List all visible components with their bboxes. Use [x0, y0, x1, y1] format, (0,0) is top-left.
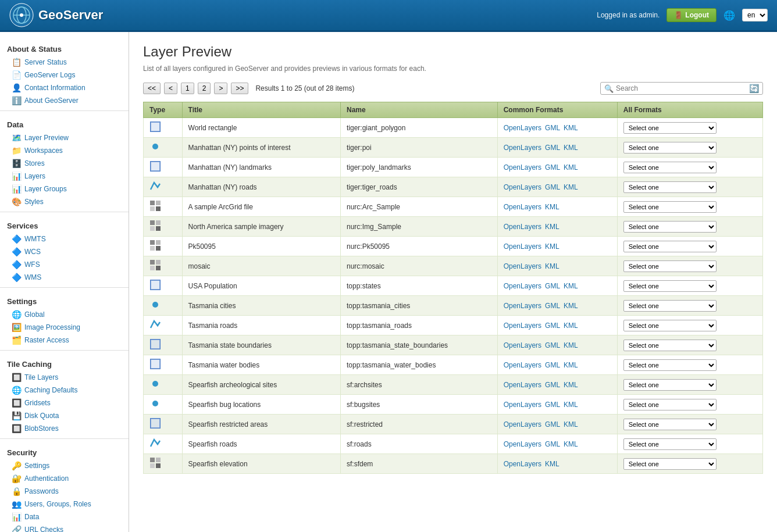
all-formats-select[interactable]: Select one: [623, 122, 717, 134]
prev-page-button[interactable]: <: [164, 83, 177, 94]
format-link-gml[interactable]: GML: [545, 341, 560, 349]
sidebar-item-caching-defaults[interactable]: 🌐 Caching Defaults: [0, 384, 129, 397]
search-refresh-button[interactable]: 🔄: [749, 84, 759, 93]
format-link-gml[interactable]: GML: [545, 381, 560, 389]
sidebar-item-authentication[interactable]: 🔐 Authentication: [0, 472, 129, 485]
format-link-openlayers[interactable]: OpenLayers: [504, 341, 541, 349]
sidebar-item-url-checks[interactable]: 🔗 URL Checks: [0, 523, 129, 532]
sidebar-item-global[interactable]: 🌐 Global: [0, 308, 129, 321]
format-link-kml[interactable]: KML: [545, 203, 559, 211]
sidebar-item-contact-info[interactable]: 👤 Contact Information: [0, 81, 129, 94]
all-formats-select[interactable]: Select one: [623, 181, 717, 193]
format-link-kml[interactable]: KML: [564, 381, 578, 389]
sidebar-item-workspaces[interactable]: 📁 Workspaces: [0, 144, 129, 157]
sidebar-item-wfs[interactable]: 🔷 WFS: [0, 258, 129, 271]
format-link-gml[interactable]: GML: [545, 440, 560, 448]
format-link-openlayers[interactable]: OpenLayers: [504, 460, 541, 468]
all-formats-select[interactable]: Select one: [623, 399, 717, 410]
format-link-gml[interactable]: GML: [545, 361, 560, 369]
format-link-kml[interactable]: KML: [564, 163, 578, 172]
next-page-button[interactable]: >: [214, 83, 227, 94]
format-link-gml[interactable]: GML: [545, 401, 560, 409]
sidebar-item-security-data[interactable]: 📊 Data: [0, 510, 129, 523]
sidebar-item-server-status[interactable]: 📋 Server Status: [0, 56, 129, 69]
all-formats-select[interactable]: Select one: [623, 340, 717, 351]
format-link-gml[interactable]: GML: [545, 183, 560, 191]
format-link-kml[interactable]: KML: [564, 183, 578, 191]
format-link-kml[interactable]: KML: [564, 322, 578, 330]
format-link-openlayers[interactable]: OpenLayers: [504, 223, 541, 231]
format-link-kml[interactable]: KML: [545, 460, 559, 468]
format-link-openlayers[interactable]: OpenLayers: [504, 361, 541, 369]
format-link-kml[interactable]: KML: [564, 440, 578, 448]
format-link-openlayers[interactable]: OpenLayers: [504, 322, 541, 330]
all-formats-select[interactable]: Select one: [623, 162, 717, 173]
all-formats-select[interactable]: Select one: [623, 201, 717, 213]
search-input[interactable]: [616, 84, 747, 92]
format-link-openlayers[interactable]: OpenLayers: [504, 440, 541, 448]
all-formats-select[interactable]: Select one: [623, 300, 717, 312]
all-formats-select[interactable]: Select one: [623, 379, 717, 391]
format-link-openlayers[interactable]: OpenLayers: [504, 262, 541, 270]
format-link-gml[interactable]: GML: [545, 124, 560, 132]
language-select[interactable]: en: [742, 9, 768, 22]
format-link-kml[interactable]: KML: [564, 361, 578, 369]
sidebar-item-layer-groups[interactable]: 📊 Layer Groups: [0, 183, 129, 195]
sidebar-item-raster-access[interactable]: 🗂️ Raster Access: [0, 334, 129, 347]
format-link-openlayers[interactable]: OpenLayers: [504, 242, 541, 251]
format-link-openlayers[interactable]: OpenLayers: [504, 282, 541, 290]
format-link-kml[interactable]: KML: [545, 242, 559, 251]
format-link-gml[interactable]: GML: [545, 302, 560, 310]
all-formats-select[interactable]: Select one: [623, 438, 717, 450]
all-formats-select[interactable]: Select one: [623, 260, 717, 272]
sidebar-item-security-settings[interactable]: 🔑 Settings: [0, 459, 129, 472]
sidebar-item-layer-preview[interactable]: 🗺️ Layer Preview: [0, 131, 129, 144]
format-link-kml[interactable]: KML: [564, 124, 578, 132]
sidebar-item-tile-layers[interactable]: 🔲 Tile Layers: [0, 371, 129, 384]
format-link-openlayers[interactable]: OpenLayers: [504, 381, 541, 389]
sidebar-item-blobstores[interactable]: 🔲 BlobStores: [0, 422, 129, 435]
format-link-openlayers[interactable]: OpenLayers: [504, 401, 541, 409]
page2-button[interactable]: 2: [198, 83, 211, 94]
sidebar-item-layers[interactable]: 📊 Layers: [0, 170, 129, 183]
all-formats-select[interactable]: Select one: [623, 458, 717, 470]
format-link-kml[interactable]: KML: [564, 420, 578, 429]
sidebar-item-stores[interactable]: 🗄️ Stores: [0, 157, 129, 170]
format-link-kml[interactable]: KML: [564, 144, 578, 152]
sidebar-item-wms[interactable]: 🔷 WMS: [0, 271, 129, 284]
format-link-gml[interactable]: GML: [545, 420, 560, 429]
all-formats-select[interactable]: Select one: [623, 142, 717, 153]
format-link-openlayers[interactable]: OpenLayers: [504, 163, 541, 172]
all-formats-select[interactable]: Select one: [623, 280, 717, 292]
format-link-gml[interactable]: GML: [545, 322, 560, 330]
format-link-gml[interactable]: GML: [545, 163, 560, 172]
last-page-button[interactable]: >>: [231, 83, 248, 94]
page1-button[interactable]: 1: [181, 83, 194, 94]
all-formats-select[interactable]: Select one: [623, 419, 717, 430]
sidebar-item-wmts[interactable]: 🔷 WMTS: [0, 233, 129, 245]
sidebar-item-about[interactable]: ℹ️ About GeoServer: [0, 94, 129, 107]
format-link-kml[interactable]: KML: [564, 302, 578, 310]
format-link-kml[interactable]: KML: [545, 262, 559, 270]
format-link-openlayers[interactable]: OpenLayers: [504, 420, 541, 429]
sidebar-item-gridsets[interactable]: 🔲 Gridsets: [0, 397, 129, 409]
sidebar-item-users-groups-roles[interactable]: 👥 Users, Groups, Roles: [0, 498, 129, 510]
format-link-kml[interactable]: KML: [564, 282, 578, 290]
format-link-kml[interactable]: KML: [564, 341, 578, 349]
sidebar-item-passwords[interactable]: 🔒 Passwords: [0, 485, 129, 498]
format-link-openlayers[interactable]: OpenLayers: [504, 124, 541, 132]
sidebar-item-image-processing[interactable]: 🖼️ Image Processing: [0, 321, 129, 334]
format-link-openlayers[interactable]: OpenLayers: [504, 144, 541, 152]
all-formats-select[interactable]: Select one: [623, 320, 717, 331]
sidebar-item-disk-quota[interactable]: 💾 Disk Quota: [0, 409, 129, 422]
all-formats-select[interactable]: Select one: [623, 221, 717, 233]
first-page-button[interactable]: <<: [143, 83, 161, 94]
format-link-gml[interactable]: GML: [545, 282, 560, 290]
sidebar-item-wcs[interactable]: 🔷 WCS: [0, 245, 129, 258]
all-formats-select[interactable]: Select one: [623, 241, 717, 252]
format-link-kml[interactable]: KML: [545, 223, 559, 231]
all-formats-select[interactable]: Select one: [623, 359, 717, 371]
format-link-gml[interactable]: GML: [545, 144, 560, 152]
logout-button[interactable]: 🚪 Logout: [666, 8, 717, 22]
format-link-openlayers[interactable]: OpenLayers: [504, 302, 541, 310]
